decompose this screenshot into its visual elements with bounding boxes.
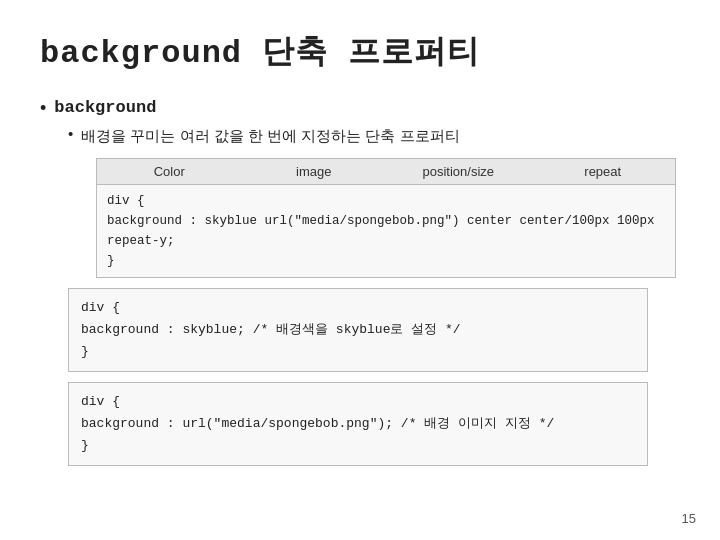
code-block-1: div { background : skyblue; /* 배경색을 skyb… xyxy=(68,288,648,372)
header-repeat: repeat xyxy=(531,159,676,184)
code-block-1-line3: } xyxy=(81,344,89,359)
page-number: 15 xyxy=(682,511,696,526)
shorthand-table: Color image position/size repeat div { b… xyxy=(96,158,676,278)
code-block-2-line2: background : url("media/spongebob.png");… xyxy=(81,416,554,431)
slide: background 단축 프로퍼티 background 배경을 꾸미는 여러… xyxy=(0,0,720,540)
code-block-1-line2: background : skyblue; /* 배경색을 skyblue로 설… xyxy=(81,322,461,337)
shorthand-header-row: Color image position/size repeat xyxy=(97,159,675,185)
bullet-main-background: background xyxy=(40,98,680,119)
shorthand-code-line1: div { xyxy=(107,194,145,208)
bullet-sub-description: 배경을 꾸미는 여러 값을 한 번에 지정하는 단축 프로퍼티 xyxy=(68,125,680,148)
slide-title: background 단축 프로퍼티 xyxy=(40,30,680,74)
header-image: image xyxy=(242,159,387,184)
shorthand-section: Color image position/size repeat div { b… xyxy=(68,158,680,278)
shorthand-code-line2: background : skyblue url("media/spongebo… xyxy=(107,214,655,248)
shorthand-code: div { background : skyblue url("media/sp… xyxy=(97,185,675,277)
bullet-main-text: background xyxy=(54,98,156,117)
code-block-2: div { background : url("media/spongebob.… xyxy=(68,382,648,466)
bullet-sub-description-text: 배경을 꾸미는 여러 값을 한 번에 지정하는 단축 프로퍼티 xyxy=(81,125,459,148)
bullet-list: background 배경을 꾸미는 여러 값을 한 번에 지정하는 단축 프로… xyxy=(40,98,680,278)
code-block-1-line1: div { xyxy=(81,300,120,315)
header-position-size: position/size xyxy=(386,159,531,184)
header-color: Color xyxy=(97,159,242,184)
shorthand-code-line3: } xyxy=(107,254,115,268)
code-block-2-line1: div { xyxy=(81,394,120,409)
code-block-2-line3: } xyxy=(81,438,89,453)
title-keyword: background 단축 프로퍼티 xyxy=(40,35,480,72)
